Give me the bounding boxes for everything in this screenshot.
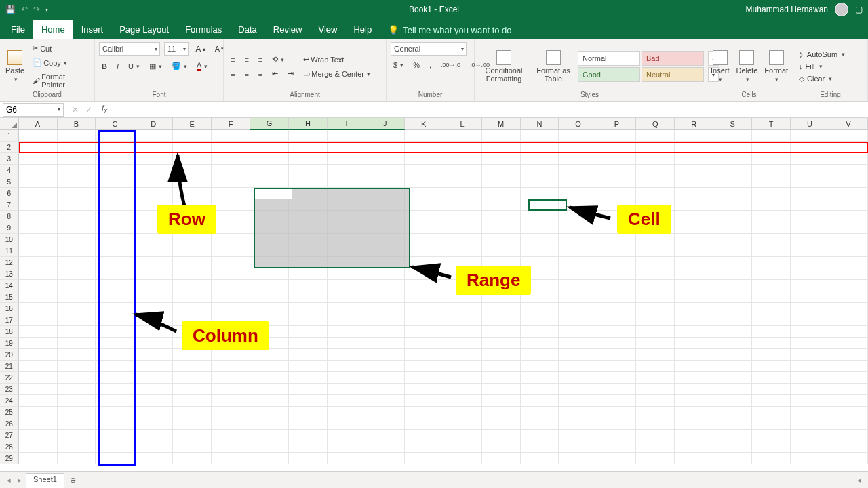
cell[interactable]: [173, 314, 212, 326]
sheet-nav-left-icon[interactable]: ◂: [0, 476, 18, 485]
cell[interactable]: [791, 303, 829, 314]
cell[interactable]: [134, 211, 173, 222]
cell[interactable]: [443, 199, 482, 211]
cell[interactable]: [636, 453, 675, 464]
cell[interactable]: [134, 453, 173, 464]
cell[interactable]: [328, 303, 366, 314]
cell[interactable]: [96, 211, 134, 222]
cell[interactable]: [328, 326, 366, 338]
cell[interactable]: [405, 199, 443, 211]
row-header-22[interactable]: 22: [0, 372, 19, 384]
cell[interactable]: [212, 130, 250, 142]
cell[interactable]: [96, 303, 134, 314]
cell[interactable]: [212, 453, 250, 464]
cell[interactable]: [250, 303, 289, 314]
cell[interactable]: [212, 211, 250, 222]
cell[interactable]: [96, 372, 134, 384]
cell[interactable]: [289, 407, 328, 418]
cell[interactable]: [675, 314, 713, 326]
hscroll-left-icon[interactable]: ◂: [857, 476, 868, 485]
cell[interactable]: [675, 222, 713, 234]
column-header-V[interactable]: V: [829, 118, 868, 130]
cell[interactable]: [58, 199, 96, 211]
cell[interactable]: [482, 211, 521, 222]
cell[interactable]: [443, 130, 482, 142]
cell[interactable]: [58, 361, 96, 372]
cell[interactable]: [482, 453, 521, 464]
cell[interactable]: [559, 338, 597, 349]
cell[interactable]: [96, 130, 134, 142]
cell[interactable]: [791, 361, 829, 372]
decrease-indent-button[interactable]: ⇤: [269, 68, 281, 79]
cell[interactable]: [58, 384, 96, 395]
cell[interactable]: [405, 338, 443, 349]
row-header-3[interactable]: 3: [0, 153, 19, 165]
cell[interactable]: [597, 453, 636, 464]
cell[interactable]: [482, 314, 521, 326]
cell[interactable]: [752, 188, 791, 199]
cell[interactable]: [482, 199, 521, 211]
cell[interactable]: [521, 268, 559, 280]
cell[interactable]: [636, 222, 675, 234]
cell[interactable]: [96, 291, 134, 303]
cell[interactable]: [597, 418, 636, 430]
cell[interactable]: [675, 418, 713, 430]
format-as-table-button[interactable]: Format as Table: [533, 49, 574, 84]
cell[interactable]: [521, 338, 559, 349]
cell[interactable]: [250, 234, 289, 245]
column-header-Q[interactable]: Q: [636, 118, 675, 130]
autosum-button[interactable]: ∑AutoSum▾: [797, 49, 846, 59]
cell[interactable]: [328, 245, 366, 257]
cell[interactable]: [752, 245, 791, 257]
cell[interactable]: [443, 176, 482, 188]
cell[interactable]: [443, 291, 482, 303]
cell[interactable]: [791, 257, 829, 268]
cell[interactable]: [713, 314, 752, 326]
align-middle-button[interactable]: ≡: [241, 54, 251, 65]
cell[interactable]: [597, 407, 636, 418]
cell[interactable]: [559, 303, 597, 314]
cell[interactable]: [366, 372, 405, 384]
cell[interactable]: [19, 314, 58, 326]
cell[interactable]: [328, 314, 366, 326]
cell[interactable]: [597, 165, 636, 176]
cell[interactable]: [58, 188, 96, 199]
cell[interactable]: [713, 268, 752, 280]
cell[interactable]: [752, 234, 791, 245]
cell[interactable]: [366, 361, 405, 372]
cell[interactable]: [482, 384, 521, 395]
cell[interactable]: [96, 165, 134, 176]
cell[interactable]: [212, 165, 250, 176]
cell[interactable]: [521, 153, 559, 165]
cell[interactable]: [58, 165, 96, 176]
cell[interactable]: [328, 176, 366, 188]
cell[interactable]: [212, 395, 250, 407]
cell[interactable]: [405, 222, 443, 234]
cell[interactable]: [521, 407, 559, 418]
cell[interactable]: [173, 303, 212, 314]
cell[interactable]: [19, 142, 58, 153]
cell[interactable]: [713, 407, 752, 418]
cell[interactable]: [597, 361, 636, 372]
user-name[interactable]: Muhammad Hernawan: [746, 5, 828, 14]
cell[interactable]: [829, 257, 868, 268]
cell[interactable]: [675, 338, 713, 349]
cell[interactable]: [482, 407, 521, 418]
cell[interactable]: [58, 430, 96, 441]
cell[interactable]: [675, 291, 713, 303]
cell[interactable]: [96, 338, 134, 349]
number-format-select[interactable]: General: [391, 42, 467, 56]
cell[interactable]: [328, 153, 366, 165]
tell-me[interactable]: 💡 Tell me what you want to do: [380, 21, 519, 39]
cell[interactable]: [675, 349, 713, 361]
cell[interactable]: [250, 222, 289, 234]
enter-icon[interactable]: ✓: [85, 105, 92, 115]
cell[interactable]: [443, 418, 482, 430]
cell[interactable]: [58, 407, 96, 418]
cell[interactable]: [482, 418, 521, 430]
align-bottom-button[interactable]: ≡: [256, 54, 265, 65]
cell[interactable]: [19, 303, 58, 314]
cell[interactable]: [713, 234, 752, 245]
cell[interactable]: [289, 314, 328, 326]
cell[interactable]: [405, 268, 443, 280]
